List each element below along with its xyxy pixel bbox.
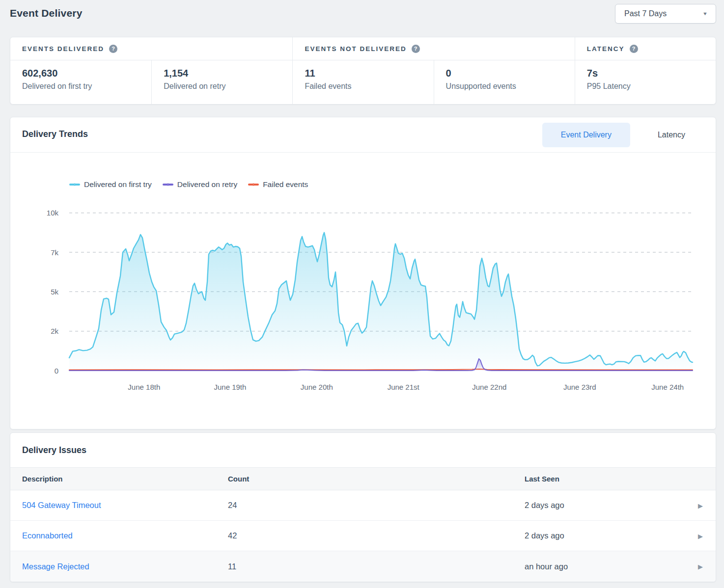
- time-range-select[interactable]: Past 7 Days ▼: [615, 4, 716, 24]
- chart-legend: Delivered on first tryDelivered on retry…: [69, 180, 308, 189]
- issues-title: Delivery Issues: [22, 445, 86, 455]
- issue-last-seen: an hour ago: [525, 562, 716, 571]
- stat-group-events-not-delivered: EVENTS NOT DELIVERED ?: [292, 37, 574, 60]
- stat-label: Unsupported events: [446, 82, 575, 91]
- page-title: Event Delivery: [10, 7, 83, 19]
- tab-event-delivery[interactable]: Event Delivery: [542, 123, 630, 147]
- legend-item[interactable]: Failed events: [248, 180, 308, 189]
- chevron-right-icon[interactable]: ▶: [698, 502, 703, 509]
- legend-marker-icon: [248, 184, 259, 186]
- svg-text:June 21st: June 21st: [388, 383, 420, 391]
- page-header: Event Delivery Past 7 Days ▼: [10, 0, 716, 37]
- issue-count: 42: [228, 531, 525, 540]
- stat-delivered-retry: 1,154 Delivered on retry: [151, 60, 292, 105]
- trends-chart-svg: 02k5k7k10kJune 18thJune 19thJune 20thJun…: [10, 153, 717, 429]
- caret-down-icon: ▼: [702, 11, 708, 16]
- stat-value: 602,630: [22, 68, 151, 79]
- page-root: Event Delivery Past 7 Days ▼ EVENTS DELI…: [0, 0, 724, 588]
- issue-last-seen: 2 days ago: [525, 531, 716, 540]
- issue-count: 24: [228, 501, 525, 510]
- stat-p95-latency: 7s P95 Latency: [575, 60, 716, 105]
- stat-value: 0: [446, 68, 575, 79]
- issue-link[interactable]: Message Rejected: [22, 562, 228, 571]
- issue-last-seen: 2 days ago: [525, 501, 716, 510]
- trends-title: Delivery Trends: [22, 129, 88, 139]
- chevron-right-icon[interactable]: ▶: [698, 532, 703, 539]
- stat-group-latency: LATENCY ?: [575, 37, 716, 60]
- column-description: Description: [22, 475, 228, 483]
- stats-values-row: 602,630 Delivered on first try 1,154 Del…: [10, 60, 716, 105]
- legend-item[interactable]: Delivered on retry: [163, 180, 237, 189]
- stat-group-events-delivered: EVENTS DELIVERED ?: [10, 37, 292, 60]
- stat-label: Delivered on first try: [22, 82, 151, 91]
- svg-text:June 19th: June 19th: [214, 383, 246, 391]
- svg-text:7k: 7k: [51, 248, 58, 257]
- svg-text:5k: 5k: [51, 288, 58, 296]
- svg-text:10k: 10k: [47, 209, 59, 217]
- help-icon[interactable]: ?: [109, 45, 117, 53]
- table-row[interactable]: 504 Gateway Timeout 24 2 days ago ▶: [10, 490, 716, 521]
- time-range-value: Past 7 Days: [624, 9, 667, 18]
- legend-label: Delivered on first try: [84, 180, 152, 189]
- svg-text:June 22nd: June 22nd: [472, 383, 506, 391]
- delivery-issues-card: Delivery Issues Description Count Last S…: [10, 432, 716, 582]
- column-count: Count: [228, 475, 525, 483]
- column-last-seen: Last Seen: [525, 475, 716, 483]
- tab-latency[interactable]: Latency: [639, 123, 704, 147]
- issue-link[interactable]: 504 Gateway Timeout: [22, 501, 228, 510]
- svg-text:2k: 2k: [51, 327, 58, 335]
- issues-header: Delivery Issues: [10, 433, 716, 467]
- legend-label: Failed events: [263, 180, 308, 189]
- svg-text:0: 0: [55, 367, 58, 375]
- trends-header: Delivery Trends Event Delivery Latency: [10, 117, 716, 153]
- delivery-trends-card: Delivery Trends Event Delivery Latency D…: [10, 117, 716, 429]
- stat-label: Delivered on retry: [164, 82, 292, 91]
- issue-count: 11: [228, 562, 525, 571]
- stat-label: P95 Latency: [587, 82, 716, 91]
- table-row[interactable]: Message Rejected 11 an hour ago ▶: [10, 551, 716, 582]
- legend-item[interactable]: Delivered on first try: [69, 180, 152, 189]
- svg-text:June 20th: June 20th: [301, 383, 333, 391]
- chevron-right-icon[interactable]: ▶: [698, 563, 703, 570]
- stat-delivered-first-try: 602,630 Delivered on first try: [10, 60, 151, 105]
- stat-value: 1,154: [164, 68, 292, 79]
- trends-tabs: Event Delivery Latency: [542, 123, 704, 147]
- stats-card: EVENTS DELIVERED ? EVENTS NOT DELIVERED …: [10, 37, 716, 105]
- stat-value: 11: [305, 68, 433, 79]
- help-icon[interactable]: ?: [412, 45, 420, 53]
- svg-text:June 23rd: June 23rd: [563, 383, 596, 391]
- legend-marker-icon: [163, 184, 173, 186]
- svg-text:June 18th: June 18th: [128, 383, 160, 391]
- stat-value: 7s: [587, 68, 716, 79]
- stats-header-row: EVENTS DELIVERED ? EVENTS NOT DELIVERED …: [10, 37, 716, 60]
- legend-label: Delivered on retry: [177, 180, 237, 189]
- issue-link[interactable]: Econnaborted: [22, 531, 228, 540]
- table-row[interactable]: Econnaborted 42 2 days ago ▶: [10, 521, 716, 551]
- help-icon[interactable]: ?: [630, 45, 638, 53]
- svg-text:June 24th: June 24th: [651, 383, 684, 391]
- legend-marker-icon: [69, 184, 80, 186]
- stat-failed-events: 11 Failed events: [292, 60, 433, 105]
- trends-chart-area[interactable]: Delivered on first tryDelivered on retry…: [10, 153, 716, 429]
- stat-unsupported-events: 0 Unsupported events: [434, 60, 575, 105]
- issues-table-header: Description Count Last Seen: [10, 467, 716, 490]
- stat-label: Failed events: [305, 82, 433, 91]
